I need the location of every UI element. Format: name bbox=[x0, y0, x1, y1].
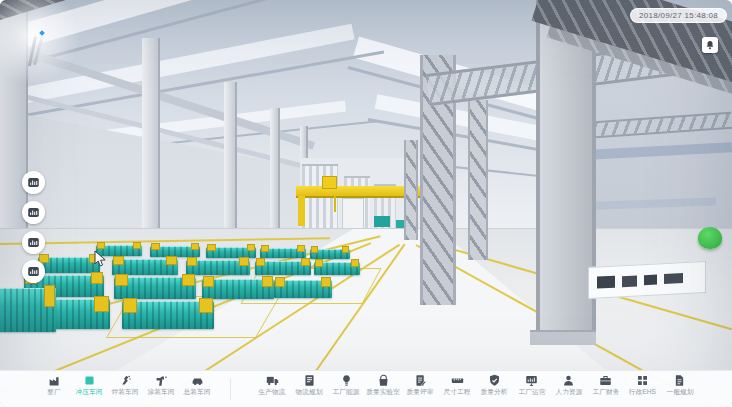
stamping-die-block bbox=[186, 260, 250, 275]
clock: 2018/09/27 15:48:08 bbox=[630, 8, 727, 23]
tab-label: 质量实验室 bbox=[366, 387, 400, 397]
data-panel-button-1[interactable] bbox=[22, 171, 45, 194]
tab-factory-energy[interactable]: 工厂能源 bbox=[328, 374, 364, 404]
data-panel-button-4[interactable] bbox=[22, 260, 45, 283]
stamping-die-block bbox=[114, 277, 196, 299]
tab-label: 工厂财务 bbox=[592, 387, 619, 397]
toolbar-divider bbox=[230, 378, 231, 400]
distant-machine bbox=[374, 216, 390, 227]
tab-label: 一般规划 bbox=[666, 387, 693, 397]
tab-assembly-workshop[interactable]: 总装车间 bbox=[179, 374, 215, 404]
lattice-column bbox=[536, 0, 596, 340]
tab-label: 人力资源 bbox=[555, 387, 582, 397]
timestamp-text: 2018/09/27 15:48:08 bbox=[639, 11, 718, 20]
stamping-die-block bbox=[274, 280, 332, 298]
route-doc-icon bbox=[303, 374, 316, 387]
tab-factory-finance[interactable]: 工厂财务 bbox=[588, 374, 624, 404]
stamping-die-block bbox=[122, 301, 214, 329]
tab-label: 质量评审 bbox=[407, 387, 434, 397]
stamping-die-block bbox=[112, 259, 178, 275]
panel-screen bbox=[622, 275, 637, 287]
lattice-column bbox=[468, 100, 488, 260]
data-panel-button-3[interactable] bbox=[22, 231, 45, 254]
factory-icon bbox=[48, 374, 61, 387]
crane-trolley bbox=[322, 176, 337, 189]
tab-quality-analysis[interactable]: 质量分析 bbox=[476, 374, 512, 404]
bulb-icon bbox=[340, 374, 353, 387]
tab-welding-workshop[interactable]: 焊装车间 bbox=[107, 374, 143, 404]
truck-icon bbox=[266, 374, 279, 387]
briefcase-icon bbox=[599, 374, 612, 387]
stamping-die-block bbox=[0, 288, 56, 332]
panel-chart-icon bbox=[27, 176, 40, 189]
digital-twin-app: 2018/09/27 15:48:08 整厂 冲压车间 bbox=[0, 0, 732, 407]
welding-icon bbox=[119, 374, 132, 387]
tab-label: 整厂 bbox=[47, 387, 60, 397]
bell-icon bbox=[705, 40, 715, 50]
bottom-toolbar: 整厂 冲压车间 焊装车间 涂装车间 bbox=[0, 370, 732, 407]
tab-label: 冲压车间 bbox=[76, 387, 103, 397]
workshop-tabs: 整厂 冲压车间 焊装车间 涂装车间 bbox=[37, 374, 215, 404]
grid-icon bbox=[636, 374, 649, 387]
panel-chart-icon bbox=[27, 236, 40, 249]
person-icon bbox=[562, 374, 575, 387]
distant-machine bbox=[342, 198, 364, 230]
stamping-die-block bbox=[314, 262, 360, 275]
panel-chart-icon bbox=[27, 206, 40, 219]
bag-icon bbox=[377, 374, 390, 387]
tab-label: 质量分析 bbox=[481, 387, 508, 397]
storage-rack bbox=[302, 164, 338, 232]
panel-screen bbox=[597, 276, 615, 289]
tab-label: 焊装车间 bbox=[112, 387, 139, 397]
panel-chart-icon bbox=[27, 265, 40, 278]
panel-screen bbox=[644, 274, 657, 285]
tab-logistics-planning[interactable]: 物流规划 bbox=[291, 374, 327, 404]
tab-quality-review[interactable]: 质量评审 bbox=[402, 374, 438, 404]
lattice-column bbox=[404, 140, 418, 240]
tab-label: 工厂能源 bbox=[333, 387, 360, 397]
workshop-square-icon bbox=[83, 374, 96, 387]
ruler-icon bbox=[451, 374, 464, 387]
tab-general-planning[interactable]: 一般规划 bbox=[662, 374, 698, 404]
tab-painting-workshop[interactable]: 涂装车间 bbox=[143, 374, 179, 404]
stamping-die-block bbox=[310, 249, 350, 259]
stamping-die-block bbox=[260, 248, 306, 258]
tab-ehs[interactable]: 行政EHS bbox=[625, 374, 661, 404]
tab-quality-lab[interactable]: 质量实验室 bbox=[365, 374, 401, 404]
data-panel-button-2[interactable] bbox=[22, 201, 45, 224]
green-status-object bbox=[698, 227, 722, 249]
3d-factory-viewport[interactable] bbox=[0, 0, 732, 407]
module-tabs: 生产物流 物流规划 工厂能源 质量实验室 bbox=[254, 374, 698, 404]
wall-display-panel bbox=[588, 261, 706, 299]
tab-label: 工厂运营 bbox=[518, 387, 545, 397]
crane-hoist bbox=[334, 196, 336, 212]
stamping-die-block bbox=[202, 279, 274, 299]
panel-screen bbox=[664, 273, 683, 284]
doc-pen-icon bbox=[414, 374, 427, 387]
column-base bbox=[530, 330, 596, 345]
tab-factory-operation[interactable]: 工厂运营 bbox=[514, 374, 550, 404]
factory-column bbox=[270, 108, 280, 248]
stamping-die-block bbox=[255, 261, 311, 275]
tab-human-resources[interactable]: 人力资源 bbox=[551, 374, 587, 404]
file-icon bbox=[673, 374, 686, 387]
assembly-car-icon bbox=[191, 374, 204, 387]
crane-leg bbox=[298, 196, 305, 226]
tab-stamping-workshop[interactable]: 冲压车间 bbox=[71, 374, 107, 404]
tab-label: 涂装车间 bbox=[148, 387, 175, 397]
notification-button[interactable] bbox=[702, 37, 718, 53]
shield-icon bbox=[488, 374, 501, 387]
tab-whole-plant[interactable]: 整厂 bbox=[37, 374, 71, 404]
stamping-die-block bbox=[38, 257, 100, 273]
floor-horizon-line bbox=[0, 228, 732, 229]
tab-label: 总装车间 bbox=[184, 387, 211, 397]
tab-label: 生产物流 bbox=[259, 387, 286, 397]
tab-production-logistics[interactable]: 生产物流 bbox=[254, 374, 290, 404]
monitor-chart-icon bbox=[525, 374, 538, 387]
paint-spray-icon bbox=[155, 374, 168, 387]
tab-dimension-engineering[interactable]: 尺寸工程 bbox=[439, 374, 475, 404]
mouse-cursor bbox=[94, 250, 108, 268]
tab-label: 物流规划 bbox=[296, 387, 323, 397]
tab-label: 尺寸工程 bbox=[444, 387, 471, 397]
tab-label: 行政EHS bbox=[629, 387, 656, 397]
